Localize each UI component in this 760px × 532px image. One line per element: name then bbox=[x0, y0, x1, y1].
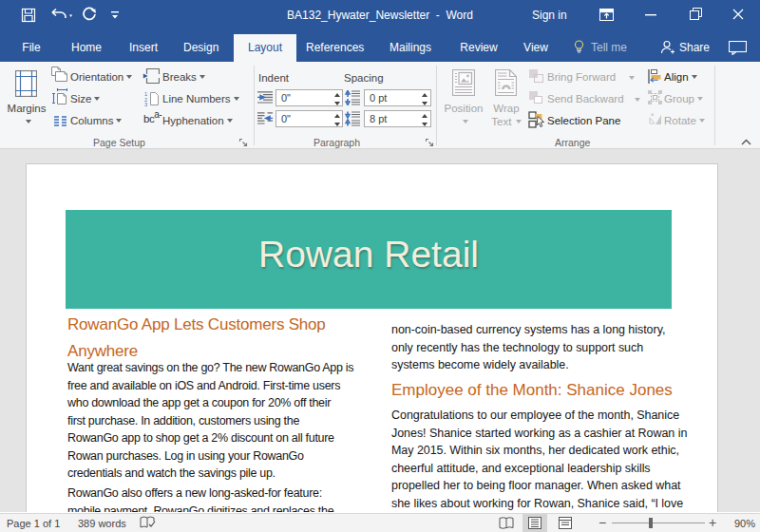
svg-text:3: 3 bbox=[144, 102, 147, 106]
